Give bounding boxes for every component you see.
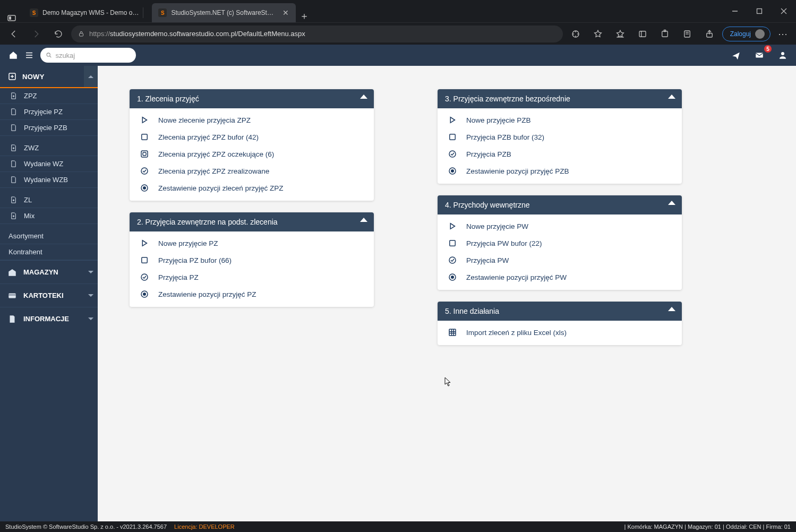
panel-row[interactable]: Zlecenia przyjęć ZPZ bufor (42) [130, 128, 374, 145]
footer-right: | Komórka: MAGAZYN | Magazyn: 01 | Oddzi… [624, 524, 791, 530]
panel-row[interactable]: Przyjęcia PZ [130, 269, 374, 286]
panel-row[interactable]: Zestawienie pozycji przyjęć PW [438, 269, 682, 286]
panel-header[interactable]: 1. Zlecenia przyjęć [130, 89, 374, 108]
tab-favicon: S [158, 8, 167, 17]
sidebar-item-kontrahent[interactable]: Kontrahent [0, 244, 98, 260]
reading-list-button[interactable] [678, 24, 697, 44]
sidebar-item-zpz[interactable]: ZPZ [0, 88, 98, 104]
panel-row[interactable]: Zestawienie pozycji zleceń przyjęć ZPZ [130, 179, 374, 196]
sidebar-section-magazyn[interactable]: MAGAZYN [0, 260, 98, 284]
collapse-icon[interactable] [668, 95, 675, 99]
user-button[interactable] [775, 47, 791, 63]
tab-groups-button[interactable] [0, 14, 23, 22]
svg-rect-12 [664, 30, 665, 31]
back-button[interactable] [4, 24, 23, 44]
sidebar-item-asortyment[interactable]: Asortyment [0, 228, 98, 244]
panel-row[interactable]: Nowe przyjęcie PW [438, 218, 682, 235]
favorites-list-button[interactable] [611, 24, 630, 44]
chevron-up-icon[interactable] [84, 66, 98, 87]
svg-point-50 [449, 151, 456, 157]
sidebar-item-zl[interactable]: ZL [0, 192, 98, 208]
home-button[interactable] [5, 47, 21, 63]
svg-point-46 [141, 274, 148, 280]
sidebar-item-mix[interactable]: Mix [0, 208, 98, 224]
favorite-button[interactable] [588, 24, 607, 44]
svg-rect-39 [142, 134, 148, 140]
forward-button[interactable] [27, 24, 46, 44]
footer-license: Licencja: DEVELOPER [174, 524, 235, 530]
panel-row[interactable]: Import zleceń z pliku Excel (xls) [438, 324, 682, 341]
panel-header[interactable]: 2. Przyjęcia zewnętrzne na podst. zlecen… [130, 212, 374, 231]
sidebar-section-nowy[interactable]: NOWY [0, 66, 98, 88]
file-plus-icon [10, 212, 18, 220]
file-icon [10, 176, 18, 184]
window-maximize-button[interactable] [747, 0, 772, 22]
lock-icon [78, 30, 85, 38]
square-icon [447, 238, 458, 248]
panel-inne-dzialania: 5. Inne działania Import zleceń z pliku … [438, 302, 682, 345]
panel-header[interactable]: 3. Przyjęcia zewnętrzne bezpośrednie [438, 89, 682, 108]
tracking-button[interactable] [566, 24, 585, 44]
panel-row[interactable]: Nowe przyjęcie PZ [130, 235, 374, 252]
file-plus-icon [10, 196, 18, 204]
search-icon [46, 52, 52, 59]
file-icon [10, 160, 18, 168]
refresh-button[interactable] [49, 24, 68, 44]
panel-header[interactable]: 4. Przychody wewnętrzne [438, 195, 682, 214]
window-minimize-button[interactable] [723, 0, 747, 22]
menu-button[interactable]: ⋯ [774, 28, 792, 40]
sidebar-item-zwz[interactable]: ZWZ [0, 140, 98, 156]
quick-send-button[interactable] [728, 47, 744, 63]
sidebar-item-przyjecie-pzb[interactable]: Przyjęcie PZB [0, 120, 98, 136]
browser-tab-2[interactable]: S StudioSystem.NET (c) SoftwareSt… ✕ [152, 3, 296, 22]
avatar-icon [755, 29, 765, 39]
panel-row[interactable]: Nowe przyjęcie PZB [438, 111, 682, 128]
panel-row[interactable]: Zlecenia przyjęć ZPZ oczekujące (6) [130, 145, 374, 162]
address-bar[interactable]: https://studiosystemdemo.softwarestudio.… [71, 25, 563, 42]
window-close-button[interactable] [772, 0, 796, 22]
panel-row[interactable]: Przyjęcia PZB bufor (32) [438, 128, 682, 145]
xls-icon [447, 327, 458, 338]
collapse-icon[interactable] [360, 95, 367, 99]
check-circle-icon [139, 272, 150, 282]
radio-icon [447, 272, 458, 282]
sidebar-item-przyjecie-pz[interactable]: Przyjęcie PZ [0, 104, 98, 120]
panel-row[interactable]: Przyjęcia PW [438, 252, 682, 269]
chevron-down-icon[interactable] [84, 284, 98, 307]
share-button[interactable] [700, 24, 719, 44]
svg-rect-57 [449, 329, 456, 336]
sidebar-item-wydanie-wzb[interactable]: Wydanie WZB [0, 172, 98, 188]
new-tab-button[interactable]: ＋ [296, 10, 313, 22]
extensions-button[interactable] [655, 24, 674, 44]
svg-rect-40 [141, 151, 148, 157]
file-icon [10, 124, 18, 132]
sidebar-section-kartoteki[interactable]: KARTOTEKI [0, 284, 98, 307]
browser-tab-1[interactable]: S Demo Magazyn WMS - Demo o… [23, 3, 152, 22]
panel-header[interactable]: 5. Inne działania [438, 302, 682, 321]
login-button[interactable]: Zaloguj [722, 27, 771, 41]
collapse-icon[interactable] [668, 307, 675, 311]
panel-row[interactable]: Zestawienie pozycji przyjęć PZB [438, 162, 682, 179]
toggle-sidebar-button[interactable] [21, 47, 37, 63]
chevron-down-icon[interactable] [84, 307, 98, 330]
sidebar-item-wydanie-wz[interactable]: Wydanie WZ [0, 156, 98, 172]
svg-rect-41 [143, 152, 146, 156]
panel-row[interactable]: Przyjęcia PW bufor (22) [438, 235, 682, 252]
panel-row[interactable]: Przyjęcia PZB [438, 145, 682, 162]
panel-row[interactable]: Nowe zlecenie przyjęcia ZPZ [130, 111, 374, 128]
mail-button[interactable]: 5 [751, 47, 767, 63]
panel-row[interactable]: Zlecenia przyjęć ZPZ zrealizowane [130, 162, 374, 179]
check-circle-icon [139, 166, 150, 176]
panel-row[interactable]: Przyjęcia PZ bufor (66) [130, 252, 374, 269]
chevron-down-icon[interactable] [84, 261, 98, 284]
collapse-icon[interactable] [360, 218, 367, 222]
sidebar-section-informacje[interactable]: INFORMACJE [0, 307, 98, 330]
collapse-icon[interactable] [668, 201, 675, 205]
close-icon[interactable]: ✕ [282, 9, 289, 16]
search-input[interactable] [55, 52, 131, 59]
collections-button[interactable] [633, 24, 652, 44]
search-field[interactable] [40, 48, 136, 63]
svg-rect-36 [13, 272, 14, 274]
tab-1-title: Demo Magazyn WMS - Demo o… [42, 9, 139, 16]
panel-row[interactable]: Zestawienie pozycji przyjęć PZ [130, 286, 374, 303]
